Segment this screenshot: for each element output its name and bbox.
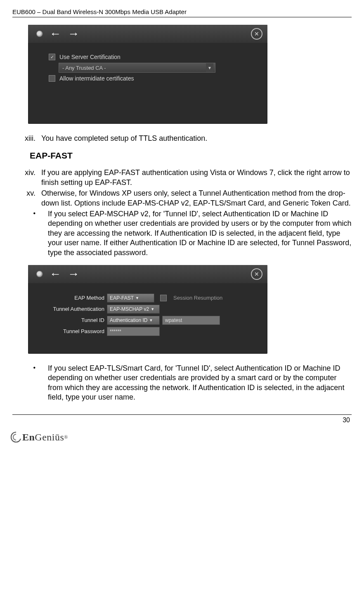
eap-method-select[interactable]: EAP-FAST ▼ [107, 293, 154, 303]
tunnel-password-label: Tunnel Password [40, 328, 107, 334]
heading-eap-fast: EAP-FAST [30, 151, 352, 161]
chevron-down-icon: ▼ [206, 63, 213, 72]
arrow-right-icon[interactable]: → [68, 27, 79, 40]
tunnel-id-value: wpatest [165, 317, 182, 323]
record-icon [36, 271, 43, 277]
arrow-left-icon[interactable]: ← [50, 27, 61, 40]
logo-swirl-icon [10, 431, 22, 444]
close-icon[interactable]: ✕ [251, 268, 262, 280]
record-icon [36, 31, 43, 37]
marker-bullet2: • [12, 364, 48, 402]
page-number: 30 [343, 416, 350, 424]
tunnel-password-value: ****** [110, 329, 121, 334]
trusted-ca-value: - Any Trusted CA - [62, 65, 106, 71]
tunnel-id-label: Tunnel ID [40, 317, 107, 323]
allow-intermediate-label: Allow intermidiate certificates [59, 75, 134, 82]
text-xv: Otherwise, for Windows XP users only, se… [41, 189, 352, 208]
marker-xiv: xiv. [12, 168, 41, 187]
eap-method-value: EAP-FAST [110, 295, 134, 301]
session-resumption-label: Session Resumption [173, 295, 222, 301]
use-server-cert-checkbox[interactable] [49, 54, 55, 60]
logo: EnGeniūs® [10, 431, 364, 444]
tunnel-id-type-select[interactable]: Authentication ID ▼ [107, 316, 160, 325]
chevron-down-icon: ▼ [149, 318, 153, 322]
marker-xv: xv. [12, 189, 41, 208]
chevron-down-icon: ▼ [135, 296, 139, 300]
chevron-down-icon: ▼ [151, 307, 154, 311]
marker-bullet1: • [12, 209, 48, 258]
eap-method-label: EAP Method [40, 295, 107, 301]
screenshot-server-cert: ← → ✕ Use Server Certification - Any Tru… [28, 25, 267, 124]
tunnel-auth-select[interactable]: EAP-MSCHAP v2 ▼ [107, 305, 160, 314]
ss2-topbar: ← → ✕ [28, 265, 267, 283]
arrow-left-icon[interactable]: ← [50, 267, 61, 281]
tunnel-auth-value: EAP-MSCHAP v2 [110, 306, 149, 312]
tunnel-password-input[interactable]: ****** [107, 327, 160, 336]
text-xiv: If you are applying EAP-FAST authenticat… [41, 168, 352, 187]
session-resumption-checkbox[interactable] [160, 295, 167, 301]
screenshot-eap-fast: ← → ✕ EAP Method EAP-FAST ▼ Session Resu… [28, 265, 267, 354]
tunnel-id-type-value: Authentication ID [110, 317, 147, 323]
text-bullet1: If you select EAP-MSCHAP v2, for 'Tunnel… [48, 209, 352, 258]
trusted-ca-dropdown[interactable]: - Any Trusted CA - ▼ [59, 63, 215, 73]
text-xiii: You have completed setup of TTLS authent… [41, 134, 352, 143]
close-icon[interactable]: ✕ [251, 28, 262, 40]
use-server-cert-label: Use Server Certification [59, 54, 121, 60]
allow-intermediate-checkbox[interactable] [49, 75, 55, 82]
text-bullet2: If you select EAP-TLS/Smart Card, for 'T… [48, 364, 352, 402]
tunnel-id-input[interactable]: wpatest [162, 316, 220, 325]
tunnel-auth-label: Tunnel Authentication [40, 306, 107, 312]
arrow-right-icon[interactable]: → [68, 267, 79, 281]
ss1-topbar: ← → ✕ [28, 25, 267, 43]
doc-header: EUB600 – Dual Band Wireless-N 300Mbps Me… [12, 8, 352, 17]
marker-xiii: xiii. [12, 134, 41, 143]
